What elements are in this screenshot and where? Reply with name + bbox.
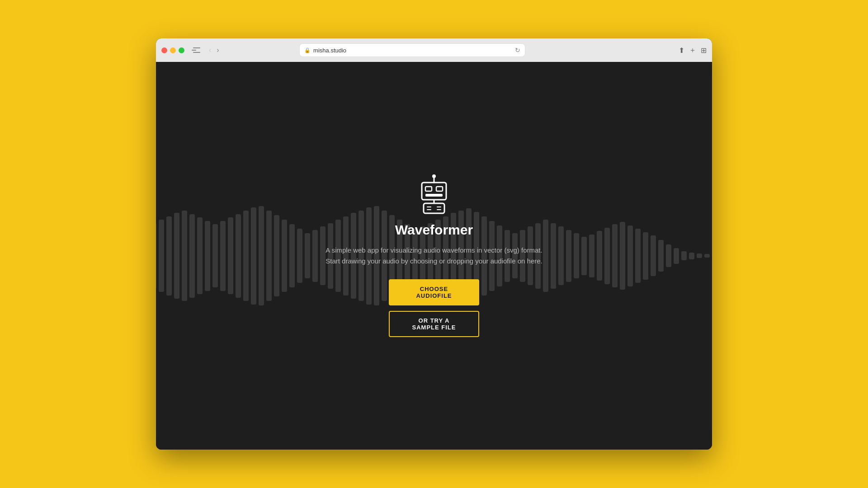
wave-bar [297,229,302,283]
wave-bar [651,235,656,276]
back-arrow-button[interactable]: ‹ [207,45,213,55]
grid-icon[interactable]: ⊞ [701,46,707,55]
wave-bar [312,230,318,282]
wave-bar [266,211,272,301]
sidebar-toggle-button[interactable] [192,47,202,54]
wave-bar [581,237,587,275]
wave-bar [274,215,279,296]
wave-bar [635,229,641,283]
svg-rect-7 [424,203,444,213]
nav-arrows: ‹ › [207,45,221,55]
wave-bar [197,217,203,294]
wave-bar [236,214,241,298]
share-icon[interactable]: ⬆ [679,46,684,55]
wave-bar [166,216,172,296]
wave-bar [189,214,195,298]
browser-chrome: ‹ › 🔒 misha.studio ↻ ⬆ ＋ ⊞ [156,38,712,62]
wave-bar [704,254,710,258]
wave-bar [205,221,210,291]
wave-bar [220,221,226,291]
svg-rect-3 [425,187,432,191]
wave-bar [289,224,295,287]
wave-bar [574,233,579,278]
wave-bar [674,248,679,264]
try-sample-file-button[interactable]: OR TRY A SAMPLE FILE [389,311,479,337]
center-content: Waveformer A simple web app for visualiz… [321,174,547,337]
choose-audiofile-button[interactable]: CHOOSE AUDIOFILE [389,279,479,305]
wave-bar [604,228,610,284]
maximize-button[interactable] [179,47,184,53]
page-content: Waveformer A simple web app for visualiz… [156,62,712,450]
browser-window: ‹ › 🔒 misha.studio ↻ ⬆ ＋ ⊞ [156,38,712,450]
new-tab-icon[interactable]: ＋ [689,46,696,55]
wave-bar [712,254,712,258]
wave-bar [627,225,633,286]
wave-bar [620,222,625,290]
wave-bar [681,251,687,260]
wave-bar [282,220,287,292]
close-button[interactable] [161,47,167,53]
wave-bar [259,206,264,305]
wave-bar [589,235,594,277]
svg-rect-5 [425,194,443,197]
address-bar[interactable]: 🔒 misha.studio ↻ [299,43,525,57]
traffic-lights [161,47,184,53]
wave-bar [182,211,187,301]
app-description: A simple web app for visualizing audio w… [321,245,547,267]
wave-bar [566,230,571,282]
wave-bar [558,226,564,285]
wave-bar [243,211,249,301]
wave-bar [305,233,310,278]
forward-arrow-button[interactable]: › [215,45,221,55]
wave-bar [174,213,179,299]
minimize-button[interactable] [170,47,176,53]
url-text: misha.studio [313,47,512,54]
browser-actions: ⬆ ＋ ⊞ [679,46,707,55]
wave-bar [251,207,256,305]
wave-bar [697,253,702,258]
wave-bar [666,244,671,267]
lock-icon: 🔒 [304,47,311,53]
robot-icon [414,174,454,215]
wave-bar [612,224,618,287]
svg-rect-4 [436,187,443,191]
wave-bar [228,217,233,294]
wave-bar [212,224,218,287]
wave-bar [156,223,156,289]
wave-bar [159,220,164,292]
wave-bar [689,253,694,259]
wave-bar [658,240,664,272]
app-title: Waveformer [395,222,473,238]
wave-bar [551,223,556,289]
reload-icon[interactable]: ↻ [515,47,520,54]
svg-point-1 [432,174,436,178]
wave-bar [597,231,602,281]
wave-bar [643,232,648,280]
